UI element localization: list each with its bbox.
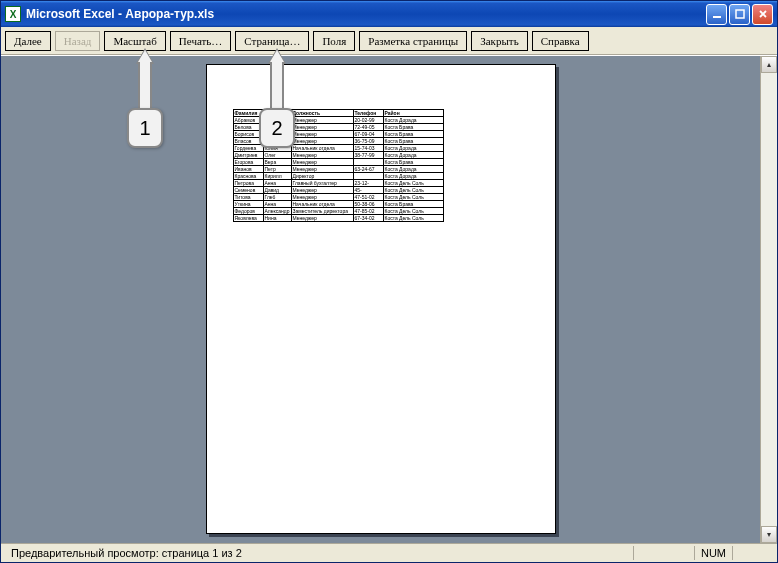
margins-button[interactable]: Поля — [313, 31, 355, 51]
column-header: Должность — [291, 110, 353, 117]
scroll-up-button[interactable]: ▴ — [761, 56, 777, 73]
page-area[interactable]: ФамилияИмяДолжностьТелефонРайон АбрамовБ… — [1, 56, 760, 543]
table-row: СеменовДавидМенеджер45-Коста Дель Соль — [233, 187, 443, 194]
print-button[interactable]: Печать… — [170, 31, 232, 51]
table-row: ЕгороваВераМенеджерКоста Брава — [233, 159, 443, 166]
status-text: Предварительный просмотр: страница 1 из … — [5, 547, 248, 559]
preview-page: ФамилияИмяДолжностьТелефонРайон АбрамовБ… — [206, 64, 556, 534]
vertical-scrollbar[interactable]: ▴ ▾ — [760, 56, 777, 543]
callout-2-label: 2 — [259, 108, 295, 148]
maximize-button[interactable] — [729, 4, 750, 25]
page-layout-button[interactable]: Разметка страницы — [359, 31, 467, 51]
titlebar: Microsoft Excel - Аврора-тур.xls — [1, 1, 777, 27]
table-row: УткинаАннаНачальник отдела50-38-06Коста … — [233, 201, 443, 208]
scroll-down-button[interactable]: ▾ — [761, 526, 777, 543]
table-row: ИвановПетрМенеджер63-24-67Коста Дорада — [233, 166, 443, 173]
svg-rect-1 — [736, 10, 744, 18]
app-window: Microsoft Excel - Аврора-тур.xls Далее Н… — [0, 0, 778, 563]
close-window-button[interactable] — [752, 4, 773, 25]
window-buttons — [706, 4, 773, 25]
close-icon — [758, 9, 768, 19]
table-row: ФедоровАлександрЗаместитель директора47-… — [233, 208, 443, 215]
toolbar: Далее Назад Масштаб Печать… Страница… По… — [1, 27, 777, 55]
workspace: ФамилияИмяДолжностьТелефонРайон АбрамовБ… — [1, 55, 777, 543]
callout-1: 1 — [127, 48, 163, 148]
statusbar: Предварительный просмотр: страница 1 из … — [1, 543, 777, 562]
table-row: ТитоваГлебМенеджер47-51-02Коста Дель Сол… — [233, 194, 443, 201]
column-header: Телефон — [353, 110, 383, 117]
window-title: Microsoft Excel - Аврора-тур.xls — [26, 7, 706, 21]
table-row: ДмитриевОлегМенеджер38-77-99Коста Дорада — [233, 152, 443, 159]
help-button[interactable]: Справка — [532, 31, 589, 51]
table-row: ПетроваАннаГлавный бухгалтер23-12-Коста … — [233, 180, 443, 187]
next-button[interactable]: Далее — [5, 31, 51, 51]
excel-icon — [5, 6, 21, 22]
status-num: NUM — [695, 547, 732, 559]
back-button: Назад — [55, 31, 101, 51]
callout-1-label: 1 — [127, 108, 163, 148]
minimize-button[interactable] — [706, 4, 727, 25]
svg-rect-0 — [713, 16, 721, 18]
table-row: ЯковлеваНинаМенеджер67-34-02Коста Дель С… — [233, 215, 443, 222]
close-preview-button[interactable]: Закрыть — [471, 31, 527, 51]
maximize-icon — [735, 9, 745, 19]
column-header: Район — [383, 110, 443, 117]
minimize-icon — [712, 9, 722, 19]
scroll-track[interactable] — [761, 73, 777, 526]
callout-2: 2 — [259, 48, 295, 148]
table-row: КрасноваКириллДиректорКоста Дорада — [233, 173, 443, 180]
